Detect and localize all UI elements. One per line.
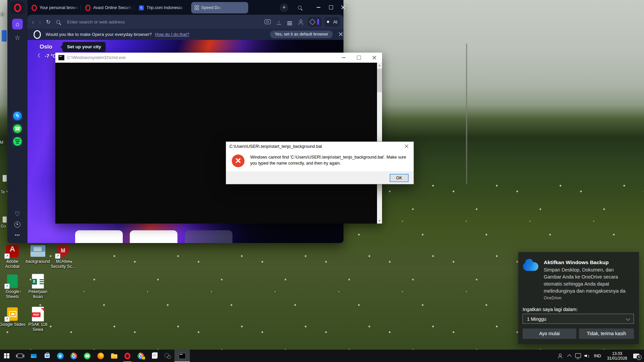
tray-network-button[interactable] (574, 350, 582, 362)
heart-icon: ♡ (14, 210, 20, 218)
tab-avast-security[interactable]: Avast Online Security exte (82, 2, 140, 13)
taskbar-whatsapp[interactable]: ☎ (80, 350, 94, 362)
reload-button[interactable]: ↻ (43, 19, 53, 25)
maximize-icon (357, 56, 361, 60)
scroll-down-arrow[interactable]: ▼ (377, 218, 382, 224)
snapshot-button[interactable] (265, 19, 271, 24)
sidebar-messenger-button[interactable]: ϟ (12, 111, 23, 121)
people-icon (558, 354, 563, 358)
taskbar-sticky-notes[interactable] (148, 350, 161, 362)
opera-menu-button[interactable] (10, 1, 25, 14)
sidebar-spotify-button[interactable] (12, 136, 23, 147)
desktop-icon-psak-116-sewa[interactable]: PDF PSAK 116Sewa (24, 307, 52, 332)
tray-date: 31/01/2026 (607, 356, 627, 361)
sidebar-bookmarks-button[interactable]: ☆ (12, 32, 23, 43)
taskbar-mail[interactable] (27, 350, 40, 362)
spotify-icon (13, 137, 22, 146)
icon-label: Security Sc... (49, 264, 77, 269)
desktop-icon-backgraound[interactable]: backgraound (24, 244, 52, 264)
sidebar-whatsapp-button[interactable]: ☎ (12, 123, 23, 134)
weather-setup-tooltip[interactable]: Set up your city (62, 42, 106, 52)
sidebar-more-button[interactable]: ••• (12, 230, 23, 241)
sidebar-history-button[interactable] (12, 219, 23, 230)
taskbar-chrome-profile[interactable] (134, 350, 148, 362)
maximize-icon (329, 5, 333, 9)
desktop-icon-mcafee[interactable]: M ↗ McAfeeSecurity Sc... (49, 244, 77, 269)
notification-icon: 5 (633, 354, 639, 358)
gears-icon (164, 353, 171, 359)
icon-label: Pekerjaan (24, 289, 52, 294)
desktop-icon-fragment: M (0, 140, 3, 145)
tab-search-button[interactable] (294, 3, 305, 12)
extensions-group[interactable] (308, 17, 322, 27)
cmd-maximize-button[interactable] (351, 53, 367, 63)
speed-dial-tile-agoda[interactable]: agoda (75, 230, 123, 243)
desktop-icon-google-sheets[interactable]: ↗ GoogleSheets (0, 274, 26, 299)
tab-personal-browser[interactable]: Your personal browser is a (28, 2, 86, 13)
shortcut-arrow-icon: ↗ (4, 316, 10, 322)
tray-action-center-button[interactable]: 5 (631, 350, 642, 362)
dialog-title-bar[interactable]: C:\Users\USER\.tenjo\start_tenjo_backgro… (226, 142, 414, 151)
cmd-close-button[interactable] (367, 53, 382, 63)
remind-interval-select[interactable]: 1 Minggu (523, 314, 634, 324)
start-backup-button[interactable]: Ayo mulai (523, 328, 576, 339)
dialog-title: C:\Users\USER\.tenjo\start_tenjo_backgro… (229, 144, 322, 149)
star-icon: ☆ (14, 34, 20, 42)
taskbar-opera-running[interactable] (121, 350, 134, 362)
cmd-title-bar[interactable]: C:\Windows\system32\cmd.exe (55, 53, 382, 63)
taskbar-firefox[interactable] (94, 350, 107, 362)
banner-help-link[interactable]: How do I do that? (155, 32, 189, 37)
opera-sidebar: ⌂ ☆ ϟ ☎ ♡ ••• (7, 0, 28, 243)
taskbar-settings-gears[interactable] (161, 350, 174, 362)
tray-people-button[interactable] (556, 350, 565, 362)
dialog-close-button[interactable] (399, 142, 414, 151)
sidebar-home-button[interactable]: ⌂ (12, 19, 23, 29)
taskbar-chrome[interactable] (67, 350, 80, 362)
window-close-button[interactable] (338, 3, 348, 12)
forward-button[interactable]: › (37, 18, 44, 25)
taskbar-store[interactable] (40, 350, 54, 362)
speed-dial-tile-blurred[interactable] (185, 230, 232, 243)
tray-clock[interactable]: 13.03 31/01/2026 (604, 351, 631, 361)
ok-button[interactable]: OK (390, 174, 409, 182)
remind-label: Ingatkan saya lagi dalam: (523, 307, 578, 312)
cmd-window: C:\Windows\system32\cmd.exe ▲ ▼ (55, 53, 382, 224)
profile-button[interactable] (298, 19, 303, 24)
downloads-button[interactable]: ↓ (277, 19, 281, 24)
opera-logo-icon (14, 4, 21, 12)
scrollbar-thumb[interactable] (377, 69, 382, 92)
cmd-minimize-button[interactable] (336, 53, 351, 63)
desktop-icon-pekerjaan-iksan[interactable]: X PekerjaanIksan (24, 274, 52, 299)
address-bar[interactable]: Enter search or web address (67, 19, 262, 24)
set-default-browser-button[interactable]: Yes, set it as default browser (270, 31, 333, 38)
taskbar-file-explorer[interactable] (107, 350, 121, 362)
icon-label: backgraound (24, 259, 52, 264)
lock-badge-icon (142, 356, 145, 360)
back-button[interactable]: ‹ (30, 18, 37, 25)
task-view-button[interactable] (13, 350, 27, 362)
new-tab-button[interactable]: + (280, 3, 288, 12)
decline-backup-button[interactable]: Tidak, terima kasih (579, 328, 634, 339)
window-minimize-button[interactable] (313, 3, 323, 12)
desktop-icon-google-slides[interactable]: ↗ Google Slides (0, 307, 26, 327)
tab-trip-com[interactable]: T. Trip.com Indonesia - Pena (136, 2, 195, 13)
speed-dial-tile-trip[interactable]: Trip.com (130, 230, 177, 243)
onedrive-app-label: OneDrive (544, 296, 561, 300)
tray-volume-button[interactable] (582, 350, 591, 362)
sidebar-favorites-button[interactable]: ♡ (12, 208, 23, 219)
tab-speed-dial-active[interactable]: Speed Dial (191, 2, 248, 13)
reading-list-button[interactable] (287, 21, 292, 22)
scroll-up-arrow[interactable]: ▲ (377, 63, 382, 68)
folder-icon (111, 354, 117, 359)
weather-city[interactable]: Oslo (40, 44, 52, 50)
whatsapp-icon: ☎ (13, 124, 22, 133)
tray-show-hidden-icons[interactable] (565, 350, 574, 362)
window-maximize-button[interactable] (326, 3, 336, 12)
taskbar-edge[interactable]: e (54, 350, 67, 362)
tray-language-indicator[interactable]: IND (591, 354, 604, 358)
banner-close-button[interactable] (339, 32, 343, 36)
desktop-icon-adobe-acrobat[interactable]: A ↗ AdobeAcrobat (0, 244, 26, 269)
start-button[interactable] (0, 350, 13, 362)
aria-ai-button[interactable]: AI (324, 17, 340, 27)
taskbar-cmd-active[interactable] (174, 350, 190, 362)
